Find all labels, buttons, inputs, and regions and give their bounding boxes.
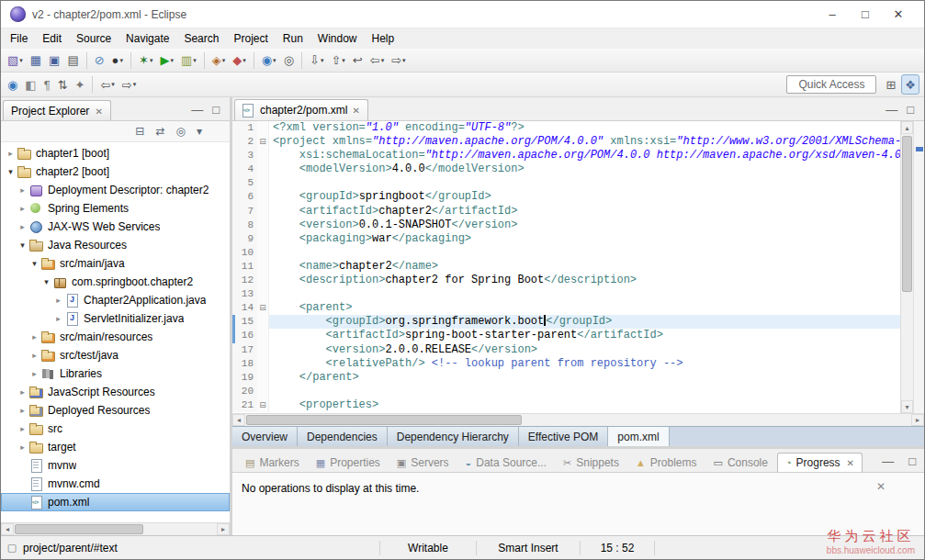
open-perspective-button[interactable]: ⊞ [882,74,899,95]
code-line-19[interactable]: 19 </parent> [232,371,900,385]
code-line-8[interactable]: 8 <version>0.0.1-SNAPSHOT</version> [232,218,900,232]
tree-item-libraries[interactable]: ▸Libraries [1,364,230,383]
tree-item-src-main-resources[interactable]: ▸src/main/resources [1,328,230,346]
chevron-collapsed-icon[interactable]: ▸ [17,387,28,397]
code-text[interactable]: <?xml version="1.0" encoding="UTF-8"?> [269,121,900,135]
view-tab-problems[interactable]: ▲Problems [628,454,705,472]
forward-button[interactable]: ⇨▾ [388,50,409,71]
tree-item-src[interactable]: ▸src [1,420,230,438]
code-text[interactable]: </parent> [269,371,900,385]
back-history-button[interactable]: ⇦▾ [96,74,118,95]
scroll-down-icon[interactable] [901,400,913,413]
new-java-class-button[interactable]: ◉▾ [258,50,280,71]
code-text[interactable]: <name>chapter2</name> [269,260,900,274]
maximize-view-button[interactable]: □ [208,102,224,117]
tree-item-spring-elements[interactable]: ▸Spring Elements [1,199,230,218]
tree-item-javascript-resources[interactable]: ▸JavaScript Resources [1,383,230,401]
view-tab-servers[interactable]: ▣Servers [389,454,457,472]
code-text[interactable]: xsi:schemaLocation="http://maven.apache.… [269,149,900,162]
editor-tab-pom-xml[interactable]: chapter2/pom.xml ✕ [234,99,368,120]
code-line-11[interactable]: 11 <name>chapter2</name> [232,260,900,274]
chevron-collapsed-icon[interactable]: ▸ [52,314,64,323]
pom-tab-overview[interactable]: Overview [232,427,298,446]
view-tab-markers[interactable]: ▤Markers [238,454,307,472]
minimize-panel-button[interactable]: — [877,454,898,468]
scroll-up-icon[interactable] [901,121,913,134]
pin-editor-button[interactable]: ✦ [72,74,89,95]
tree-item-deployed-resources[interactable]: ▸Deployed Resources [1,401,230,420]
save-button[interactable]: ▦ [27,50,45,71]
menu-navigate[interactable]: Navigate [118,30,176,47]
fold-toggle-icon[interactable]: ⊟ [257,135,269,149]
code-text[interactable]: <project xmlns="http://maven.apache.org/… [269,135,900,149]
view-tab-snippets[interactable]: ✂Snippets [556,454,626,472]
menu-project[interactable]: Project [226,30,275,47]
code-line-18[interactable]: 18 <relativePath/> <!-- lookup parent fr… [232,357,900,371]
code-text[interactable]: <description>chapter2 for Spring Boot</d… [269,274,900,287]
code-line-15[interactable]: 15 <groupId>org.springframework.boot</gr… [232,315,900,329]
save-all-button[interactable]: ▣ [45,50,63,71]
tree-item-chapter2application-java[interactable]: ▸Chapter2Application.java [1,291,230,309]
explorer-hscrollbar[interactable] [1,522,230,535]
code-text[interactable]: <version>2.0.0.RELEASE</version> [269,343,900,357]
scroll-right-icon[interactable] [217,523,230,535]
code-text[interactable]: <groupId>org.springframework.boot</group… [269,315,900,329]
chevron-collapsed-icon[interactable]: ▸ [17,424,28,433]
remove-finished-operations-icon[interactable]: ✕ [876,480,886,493]
code-area[interactable]: 1<?xml version="1.0" encoding="UTF-8"?>2… [232,121,900,413]
fold-toggle-icon[interactable]: ⊟ [257,398,269,412]
chevron-collapsed-icon[interactable]: ▸ [5,149,17,158]
external-tools-button[interactable]: ◆▾ [229,50,250,71]
maximize-editor-button[interactable]: □ [902,102,919,117]
tree-item-pom-xml[interactable]: pom.xml [1,493,230,511]
run-button[interactable]: ▶▾ [156,50,177,71]
scroll-right-icon[interactable] [911,414,924,426]
code-text[interactable]: <packaging>war</packaging> [269,232,900,246]
view-menu-button[interactable]: ▾ [193,123,206,140]
view-tab-progress[interactable]: ◔Progress✕ [777,453,863,472]
chevron-collapsed-icon[interactable]: ▸ [17,204,28,213]
tree-item-chapter2-boot[interactable]: ▾chapter2 [boot] [1,162,230,181]
open-type-button[interactable]: ◎ [280,50,298,71]
tree-item-mvnw-cmd[interactable]: mvnw.cmd [1,475,230,493]
code-line-17[interactable]: 17 <version>2.0.0.RELEASE</version> [232,343,900,357]
code-line-1[interactable]: 1<?xml version="1.0" encoding="UTF-8"?> [232,121,900,135]
editor-vscrollbar[interactable] [900,121,913,413]
code-line-16[interactable]: 16 <artifactId>spring-boot-starter-paren… [232,329,900,342]
scroll-left-icon[interactable] [232,414,245,426]
forward-history-button[interactable]: ⇨▾ [118,74,140,95]
palette-button[interactable]: ◧ [21,74,39,95]
chevron-collapsed-icon[interactable]: ▸ [17,442,28,452]
menu-edit[interactable]: Edit [35,30,69,47]
open-console-button[interactable]: ●▾ [108,50,127,71]
chevron-collapsed-icon[interactable]: ▸ [28,332,40,342]
chevron-collapsed-icon[interactable]: ▸ [28,369,40,378]
minimize-view-button[interactable]: — [186,102,208,117]
new-web-service-button[interactable]: ◉ [4,74,21,95]
pom-tab-pom-xml[interactable]: pom.xml [608,427,669,446]
skip-all-breakpoints-button[interactable]: ⊘ [91,50,108,71]
tree-item-java-resources[interactable]: ▾Java Resources [1,236,230,254]
code-line-14[interactable]: 14⊟ <parent> [232,301,900,315]
menu-window[interactable]: Window [310,30,365,47]
close-icon[interactable]: ✕ [95,106,102,117]
code-text[interactable]: <properties> [269,398,900,412]
tree-item-target[interactable]: ▸target [1,438,230,456]
link-with-editor-button[interactable]: ⇄ [152,123,168,140]
fold-toggle-icon[interactable]: ⊟ [257,301,269,315]
view-tab-properties[interactable]: ▦Properties [309,454,388,472]
next-annotation-button[interactable]: ⇩▾ [306,50,327,71]
scrollbar-thumb[interactable] [15,524,143,534]
scrollbar-thumb[interactable] [246,415,522,425]
java-ee-perspective-button[interactable]: ❖ [901,74,919,95]
maximize-panel-button[interactable]: □ [904,454,920,468]
code-text[interactable] [269,287,900,301]
close-icon[interactable]: ✕ [847,458,854,468]
pom-tab-effective-pom[interactable]: Effective POM [519,427,608,446]
pom-tab-dependencies[interactable]: Dependencies [298,427,388,446]
menu-file[interactable]: File [3,30,35,47]
code-text[interactable] [269,385,900,398]
previous-annotation-button[interactable]: ⇧▾ [327,50,348,71]
code-line-7[interactable]: 7 <artifactId>chapter2</artifactId> [232,205,900,218]
code-line-10[interactable]: 10 [232,246,900,260]
